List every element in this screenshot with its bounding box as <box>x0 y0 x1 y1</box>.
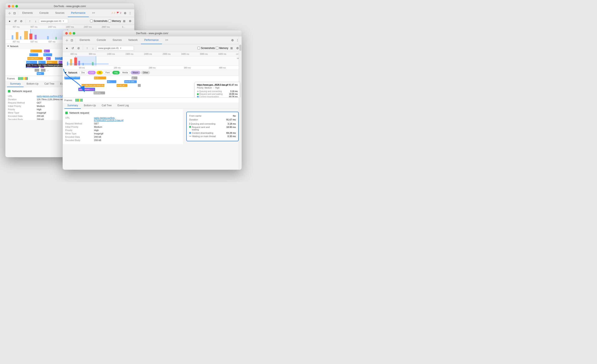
net2-bar-desktop[interactable]: desktop_... <box>94 92 105 94</box>
screenshots-checkbox-1[interactable]: Screenshots <box>90 20 108 23</box>
toolbar-1: ● ↺ ⊘ ↑ ↓ www.google.com #1 ▼ Screenshot… <box>5 17 134 25</box>
close-button-1[interactable] <box>8 5 10 8</box>
download-btn-1[interactable]: ↓ <box>33 19 38 23</box>
t2-mark-5: 2489 ms <box>139 53 157 55</box>
collapse-arrow-2[interactable]: ▼ <box>64 71 67 74</box>
frames-bar-2: Frames <box>63 98 242 102</box>
filter-css[interactable]: CSS <box>88 71 96 74</box>
tab-sources-2[interactable]: Sources <box>109 36 125 44</box>
filter-font[interactable]: Font <box>104 71 111 74</box>
network-icon-1[interactable]: ⊞ <box>122 19 127 23</box>
close-button-2[interactable] <box>65 32 68 35</box>
net-bar-cr[interactable]: Cr... <box>38 61 46 64</box>
network-icon-2[interactable]: ⊞ <box>229 46 234 51</box>
net2-bar-google[interactable]: www.google.com/ (… <box>64 77 80 79</box>
filter-media[interactable]: Media <box>120 71 130 74</box>
reload-btn-1[interactable]: ↺ <box>13 19 18 23</box>
devtools-icon-1[interactable]: ⊹ <box>7 11 12 16</box>
tab-performance-2[interactable]: Performance <box>141 36 162 44</box>
screenshots-checkbox-2[interactable]: Screenshots <box>197 47 215 50</box>
info-duration: Duration 91.67 ms <box>189 118 236 121</box>
more-icon-1[interactable]: ⋮ <box>128 11 133 16</box>
tab-elements-2[interactable]: Elements <box>76 36 93 44</box>
cpu-bar-6 <box>35 35 37 39</box>
net2-bar-msb2[interactable]: m=sb_wi... <box>117 84 127 87</box>
maximize-button-2[interactable] <box>73 32 75 35</box>
net-bar-af2[interactable]: AF2... <box>26 61 37 64</box>
upload-btn-1[interactable]: ↑ <box>27 19 32 23</box>
t2-mark-4: 1989 ms <box>120 53 139 55</box>
screenshot-icon-2[interactable]: ⊡ <box>69 38 74 43</box>
tab-more-2[interactable]: >> <box>162 36 172 44</box>
collapse-arrow-1[interactable]: ▼ <box>7 45 9 47</box>
tab-summary-2[interactable]: Summary <box>64 102 81 109</box>
info-queuing: Queuing and connecting 3.18 ms <box>189 123 236 125</box>
tab-console-2[interactable]: Console <box>93 36 109 44</box>
tab-call-tree-1[interactable]: Call Tree <box>41 81 57 87</box>
bottom-tabs-2: Summary Bottom-Up Call Tree Event Log <box>63 102 242 109</box>
clear-btn-1[interactable]: ⊘ <box>19 19 24 23</box>
screenshot-icon-1[interactable]: ⊡ <box>12 11 17 16</box>
tab-bottom-up-2[interactable]: Bottom-Up <box>81 102 99 109</box>
net-bar-hpba[interactable]: hpba ... <box>37 72 44 75</box>
memory-checkbox-2[interactable]: Memory <box>216 47 228 50</box>
tab-bottom-up-1[interactable]: Bottom-Up <box>24 81 41 87</box>
filter-img[interactable]: Img <box>112 71 120 74</box>
tab-sources-1[interactable]: Sources <box>52 9 68 17</box>
settings-icon-2[interactable]: ⚙ <box>128 19 133 23</box>
address-bar-2[interactable]: www.google.com #1 ▼ <box>96 46 134 50</box>
maximize-button-1[interactable] <box>16 5 18 8</box>
filter-wasm[interactable]: Wasm <box>131 71 140 74</box>
net-bar-cb[interactable]: cb... <box>43 53 52 56</box>
net-bar-g4[interactable] <box>41 69 46 72</box>
filter-doc[interactable]: Doc <box>79 71 87 74</box>
settings-icon-1[interactable]: ⚙ <box>123 11 128 16</box>
record-btn-1[interactable]: ● <box>7 19 12 23</box>
tab-network-2[interactable]: Network <box>125 36 141 44</box>
net-bar-r2[interactable]: R... <box>59 61 62 64</box>
url-val-2[interactable]: paris-games-surfing-6753651837110528.3-l… <box>94 116 181 122</box>
net-bar-r[interactable]: r... <box>29 53 38 56</box>
error-badge-1: 🚩 2 <box>117 12 121 14</box>
download-btn-2[interactable]: ↓ <box>90 46 95 51</box>
filter-js[interactable]: JS <box>96 71 103 74</box>
net-bar-ge[interactable] <box>35 69 39 72</box>
memory-checkbox-1[interactable]: Memory <box>108 20 121 23</box>
upload-btn-2[interactable]: ↑ <box>85 46 90 51</box>
minimize-button-1[interactable] <box>12 5 14 8</box>
net2-bar-mcdos2[interactable]: m=cdos,hsm,jsa,mb4ZUb,d,c... <box>81 84 104 87</box>
devtools-icon-2[interactable]: ⊹ <box>64 38 69 43</box>
filter-buttons-2: Doc CSS JS Font Img Media Wasm Other <box>79 71 150 74</box>
tab-event-log-2[interactable]: Event Log <box>115 102 132 109</box>
scrollbar-2[interactable] <box>239 36 242 170</box>
tab-performance-1[interactable]: Performance <box>68 9 89 17</box>
init-prio-key-1: Initial Priority <box>8 105 35 107</box>
t2-mark-2: 989 ms <box>83 53 102 55</box>
scroll-thumb-2[interactable] <box>239 45 241 51</box>
filter-other[interactable]: Other <box>141 71 150 74</box>
net2-bar-rsa[interactable]: rs=A... <box>94 77 106 79</box>
tab-summary-1[interactable]: Summary <box>7 81 24 87</box>
tab-call-tree-2[interactable]: Call Tree <box>99 102 115 109</box>
detail-panel-2: Network request URL paris-games-surfing-… <box>63 109 183 144</box>
net-bar-g2[interactable]: g... <box>46 57 51 60</box>
net2-bar-ge[interactable]: ge... <box>132 77 137 79</box>
net2-bar-cb[interactable]: cb=... <box>107 80 116 83</box>
tab-console-1[interactable]: Console <box>36 9 52 17</box>
clear-btn-2[interactable]: ⊘ <box>76 46 81 51</box>
tab-more-1[interactable]: >> <box>89 9 98 17</box>
reload-btn-2[interactable]: ↺ <box>70 46 75 51</box>
net-bar-mcdos[interactable]: m=cdos,hsm,... <box>27 57 43 60</box>
record-btn-2[interactable]: ● <box>64 46 69 51</box>
net-bar-rs[interactable]: rs... <box>31 50 42 53</box>
tab-elements-1[interactable]: Elements <box>19 9 36 17</box>
net-bar-g1[interactable]: G... <box>44 50 50 53</box>
minimize-button-2[interactable] <box>69 32 71 35</box>
net2-bar-search2[interactable]: search (ww... <box>124 80 137 83</box>
net2-bar-h[interactable] <box>138 84 141 87</box>
address-bar-1[interactable]: www.google.com #1 ▼ <box>39 19 68 23</box>
settings-icon-3[interactable]: ⚙ <box>230 38 235 43</box>
net-bar-msb[interactable]: m=sb... <box>47 61 57 64</box>
cpu-bar-4 <box>24 31 28 39</box>
frames-label-2: Frames <box>64 99 72 101</box>
